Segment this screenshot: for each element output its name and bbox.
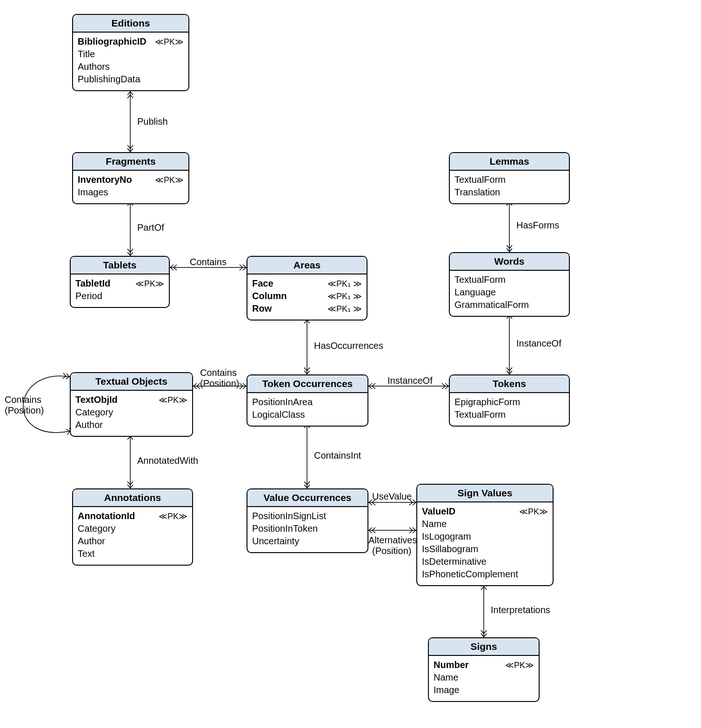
er-connections (0, 0, 701, 728)
attr-row: LogicalClass (252, 408, 363, 421)
rel-hasforms: HasForms (516, 220, 559, 231)
entity-areas: Areas Face≪PK₁ ≫ Column≪PK₁ ≫ Row≪PK₁ ≫ (247, 256, 367, 321)
attr-row: ValueID≪PK≫ (422, 505, 548, 518)
attr-row: InventoryNo≪PK≫ (78, 174, 184, 186)
attr-row: Images (78, 186, 184, 199)
entity-title: Words (450, 253, 569, 271)
attr-row: Translation (454, 186, 564, 199)
attr-row: TextualForm (454, 174, 564, 186)
attr-row: TextObjId≪PK≫ (75, 394, 187, 406)
attr-row: TextualForm (454, 408, 564, 421)
entity-body: AnnotationId≪PK≫ Category Author Text (73, 507, 192, 565)
entity-title: Editions (73, 15, 188, 33)
attr-row: Name (422, 518, 548, 530)
entity-editions: Editions BibliographicID≪PK≫ Title Autho… (72, 14, 189, 91)
entity-body: EpigraphicForm TextualForm (450, 393, 569, 426)
entity-title: Value Occurrences (247, 489, 367, 507)
entity-sign-values: Sign Values ValueID≪PK≫ Name IsLogogram … (416, 484, 554, 586)
entity-body: TabletId≪PK≫ Period (71, 274, 169, 307)
entity-body: InventoryNo≪PK≫ Images (73, 171, 188, 203)
rel-contains-position-b: (Position) (200, 378, 239, 389)
entity-title: Areas (247, 257, 367, 274)
attr-row: PositionInSignList (252, 510, 363, 522)
entity-textual-objects: Textual Objects TextObjId≪PK≫ Category A… (70, 372, 193, 437)
rel-usevalue: UseValue (372, 491, 412, 502)
attr-row: BibliographicID≪PK≫ (78, 35, 184, 48)
entity-title: Textual Objects (71, 373, 192, 391)
rel-self-contains-b: (Position) (5, 405, 44, 416)
attr-row: PositionInArea (252, 396, 363, 408)
attr-row: Language (454, 286, 564, 299)
rel-hasoccurrences: HasOccurrences (314, 341, 383, 351)
entity-lemmas: Lemmas TextualForm Translation (449, 152, 570, 204)
rel-annotatedwith: AnnotatedWith (137, 455, 198, 466)
attr-row: EpigraphicForm (454, 396, 564, 408)
entity-body: Number≪PK≫ Name Image (429, 656, 539, 701)
entity-body: ValueID≪PK≫ Name IsLogogram IsSillabogra… (417, 502, 553, 585)
entity-title: Tokens (450, 375, 569, 393)
attr-row: IsLogogram (422, 530, 548, 543)
entity-title: Fragments (73, 153, 188, 171)
attr-row: GrammaticalForm (454, 299, 564, 311)
entity-body: Face≪PK₁ ≫ Column≪PK₁ ≫ Row≪PK₁ ≫ (247, 274, 367, 320)
entity-body: BibliographicID≪PK≫ Title Authors Publis… (73, 33, 188, 90)
rel-alternatives-a: Alternatives (368, 535, 417, 546)
entity-tokens: Tokens EpigraphicForm TextualForm (449, 374, 570, 427)
entity-tablets: Tablets TabletId≪PK≫ Period (70, 256, 170, 308)
attr-row: AnnotationId≪PK≫ (78, 510, 187, 522)
rel-containsint: ContainsInt (314, 450, 361, 461)
entity-annotations: Annotations AnnotationId≪PK≫ Category Au… (72, 488, 193, 566)
attr-row: PositionInToken (252, 522, 363, 535)
rel-alternatives-b: (Position) (372, 546, 411, 556)
entity-title: Lemmas (450, 153, 569, 171)
rel-partof: PartOf (137, 222, 164, 233)
entity-body: PositionInSignList PositionInToken Uncer… (247, 507, 367, 552)
entity-token-occurrences: Token Occurrences PositionInArea Logical… (247, 374, 368, 427)
entity-title: Token Occurrences (247, 375, 367, 393)
entity-value-occurrences: Value Occurrences PositionInSignList Pos… (247, 488, 368, 553)
attr-row: Number≪PK≫ (434, 659, 534, 671)
rel-contains: Contains (190, 257, 227, 267)
attr-row: Author (75, 419, 187, 431)
attr-row: IsSillabogram (422, 543, 548, 555)
rel-publish: Publish (137, 116, 168, 127)
attr-row: Row≪PK₁ ≫ (252, 302, 362, 315)
entity-title: Annotations (73, 489, 192, 507)
entity-title: Signs (429, 638, 539, 656)
attr-row: IsDeterminative (422, 555, 548, 568)
attr-row: Text (78, 548, 187, 560)
attr-row: PublishingData (78, 73, 184, 86)
attr-row: Face≪PK₁ ≫ (252, 277, 362, 290)
attr-row: Author (78, 535, 187, 548)
rel-self-contains-a: Contains (5, 394, 41, 405)
entity-fragments: Fragments InventoryNo≪PK≫ Images (72, 152, 189, 204)
attr-row: Period (75, 290, 164, 302)
attr-row: Title (78, 48, 184, 60)
rel-instanceof-tokenocc-tokens: InstanceOf (387, 375, 433, 386)
entity-body: PositionInArea LogicalClass (247, 393, 367, 426)
entity-body: TextualForm Language GrammaticalForm (450, 271, 569, 316)
entity-body: TextualForm Translation (450, 171, 569, 203)
attr-row: Category (75, 406, 187, 419)
attr-row: Name (434, 671, 534, 684)
attr-row: TabletId≪PK≫ (75, 277, 164, 290)
entity-body: TextObjId≪PK≫ Category Author (71, 391, 192, 436)
attr-row: Image (434, 684, 534, 696)
attr-row: IsPhoneticComplement (422, 568, 548, 581)
attr-row: Authors (78, 60, 184, 73)
rel-interpretations: Interpretations (491, 605, 550, 615)
attr-row: Uncertainty (252, 535, 363, 548)
rel-contains-position-a: Contains (200, 367, 237, 378)
attr-row: Category (78, 522, 187, 535)
rel-instanceof-words-tokens: InstanceOf (516, 338, 561, 349)
entity-signs: Signs Number≪PK≫ Name Image (428, 637, 540, 702)
entity-title: Sign Values (417, 485, 553, 502)
attr-row: Column≪PK₁ ≫ (252, 290, 362, 302)
entity-title: Tablets (71, 257, 169, 274)
entity-words: Words TextualForm Language GrammaticalFo… (449, 252, 570, 317)
attr-row: TextualForm (454, 274, 564, 286)
